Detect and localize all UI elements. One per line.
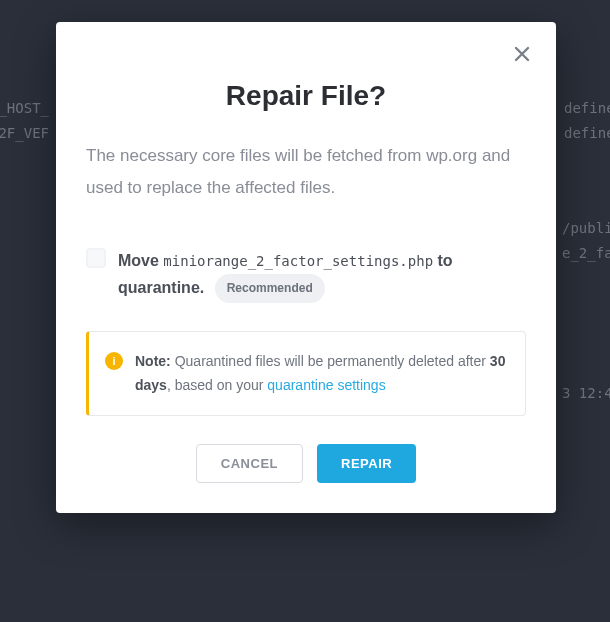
bg-code-text: /public <box>562 220 610 236</box>
modal-description: The necessary core files will be fetched… <box>86 140 526 205</box>
bg-code-text: D_HOST_ <box>0 100 49 116</box>
note-fragment: , based on your <box>167 377 267 393</box>
recommended-badge: Recommended <box>215 274 325 302</box>
label-prefix: Move <box>118 252 163 269</box>
bg-code-text: define <box>564 100 610 116</box>
info-icon: i <box>105 352 123 370</box>
bg-code-text: D2F_VEF <box>0 125 49 141</box>
note-text: Note: Quarantined files will be permanen… <box>135 350 507 398</box>
quarantine-checkbox-label: Move miniorange_2_factor_settings.php to… <box>118 247 526 303</box>
note-box: i Note: Quarantined files will be perman… <box>86 331 526 417</box>
bg-code-text: 3 12:42 <box>562 385 610 401</box>
bg-code-text: e_2_fac <box>562 245 610 261</box>
filename: miniorange_2_factor_settings.php <box>163 253 433 269</box>
close-icon[interactable] <box>504 36 540 72</box>
note-label: Note: <box>135 353 171 369</box>
modal-title: Repair File? <box>86 80 526 112</box>
quarantine-option-row: Move miniorange_2_factor_settings.php to… <box>86 247 526 303</box>
repair-button[interactable]: REPAIR <box>317 444 416 483</box>
quarantine-settings-link[interactable]: quarantine settings <box>267 377 385 393</box>
repair-file-modal: Repair File? The necessary core files wi… <box>56 22 556 513</box>
bg-code-text: define <box>564 125 610 141</box>
button-row: CANCEL REPAIR <box>86 444 526 483</box>
note-fragment: Quarantined files will be permanently de… <box>171 353 490 369</box>
cancel-button[interactable]: CANCEL <box>196 444 303 483</box>
quarantine-checkbox[interactable] <box>86 248 106 268</box>
